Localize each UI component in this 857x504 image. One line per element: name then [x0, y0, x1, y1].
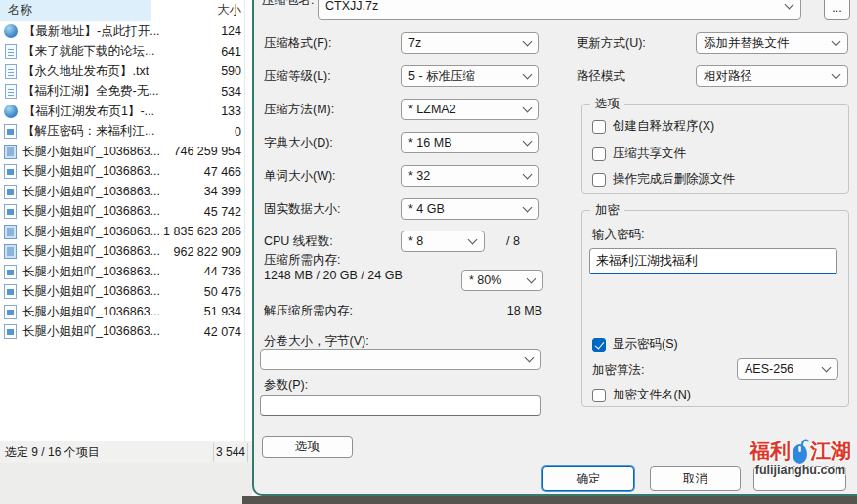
file-type-icon: [4, 24, 18, 38]
file-name: 长腿小姐姐吖_1036863...: [22, 283, 160, 300]
browse-button[interactable]: ...: [824, 0, 850, 20]
file-size: 44 736: [204, 265, 241, 278]
options-group: 选项 创建自释放程序(X) 压缩共享文件 操作完成后删除源文件: [581, 104, 849, 194]
help-button[interactable]: [753, 466, 846, 491]
file-size: 133: [221, 105, 241, 118]
encryption-method-combobox[interactable]: AES-256: [737, 358, 838, 380]
format-combobox[interactable]: 7z: [401, 32, 539, 54]
delete-after-checkbox[interactable]: [592, 173, 606, 187]
file-row[interactable]: 【永久地址发布页】.txt 590: [0, 62, 252, 82]
file-row[interactable]: 长腿小姐姐吖_1036863... 51 934: [0, 302, 252, 322]
encryption-group: 加密 输入密码: 显示密码(S) 加密算法: AES-256 加密文件名(N): [581, 210, 849, 407]
encrypt-filenames-checkbox[interactable]: [592, 389, 606, 402]
cpu-threads-value: * 8: [408, 234, 423, 248]
memory-percent-combobox[interactable]: * 80%: [461, 270, 543, 291]
method-label: 压缩方法(M):: [264, 99, 334, 120]
selected-size-total: 3 544: [216, 441, 245, 464]
word-size-combobox[interactable]: * 32: [401, 165, 539, 187]
file-row[interactable]: 【来了就能下载的论坛... 641: [0, 42, 252, 63]
solid-block-combobox[interactable]: * 4 GB: [401, 198, 539, 220]
memory-decompress-label: 解压缩所需内存:: [264, 300, 353, 321]
cpu-threads-combobox[interactable]: * 8: [401, 231, 485, 252]
file-row[interactable]: 长腿小姐姐吖_1036863... 45 742: [0, 202, 252, 223]
file-type-icon: [4, 265, 17, 279]
status-separator: [247, 443, 248, 462]
encrypt-filenames-label: 加密文件名(N): [613, 387, 691, 403]
method-combobox[interactable]: * LZMA2: [401, 99, 539, 120]
status-bar: 选定 9 / 16 个项目 3 544: [0, 441, 252, 463]
parameters-input[interactable]: [260, 395, 541, 416]
word-size-label: 单词大小(W):: [264, 165, 336, 187]
status-separator: [213, 443, 214, 462]
dictionary-size-combobox[interactable]: * 16 MB: [401, 132, 539, 153]
file-name: 【解压密码：来福利江...: [22, 123, 154, 140]
compress-shared-checkbox[interactable]: [592, 147, 606, 161]
file-row[interactable]: 长腿小姐姐吖_1036863... 44 736: [0, 262, 252, 282]
file-type-icon: [4, 124, 17, 139]
options-button[interactable]: 选项: [262, 436, 353, 458]
archive-name-value: CTXJJ.7z: [325, 0, 378, 13]
file-row[interactable]: 长腿小姐姐吖_1036863... 47 466: [0, 162, 252, 183]
chevron-down-icon: [832, 69, 841, 79]
file-row[interactable]: 长腿小姐姐吖_1036863... 42 074: [0, 322, 252, 343]
file-row[interactable]: 长腿小姐姐吖_1036863... 50 476: [0, 282, 252, 303]
encryption-group-title: 加密: [590, 202, 624, 218]
format-value: 7z: [408, 36, 421, 50]
ok-button[interactable]: 确定: [542, 466, 634, 491]
file-type-icon: [4, 105, 18, 118]
file-type-icon: [5, 44, 17, 59]
chevron-down-icon: [523, 169, 533, 179]
compress-shared-label: 压缩共享文件: [613, 146, 686, 162]
file-name: 【福利江湖发布页1】-...: [23, 104, 154, 120]
cancel-button[interactable]: 取消: [650, 466, 741, 491]
chevron-down-icon: [523, 136, 533, 146]
volume-size-combobox[interactable]: [260, 349, 541, 370]
password-input[interactable]: [589, 248, 837, 274]
file-name: 长腿小姐姐吖_1036863...: [22, 224, 160, 240]
archive-name-combobox[interactable]: CTXJJ.7z: [318, 0, 801, 20]
level-combobox[interactable]: 5 - 标准压缩: [401, 65, 539, 87]
file-row[interactable]: 【福利江湖发布页1】-... 133: [0, 102, 252, 122]
cpu-threads-label: CPU 线程数:: [264, 231, 333, 252]
encryption-method-label: 加密算法:: [592, 362, 644, 379]
file-name: 长腿小姐姐吖_1036863...: [22, 203, 160, 220]
file-row[interactable]: 【最新地址】-点此打开... 124: [0, 21, 252, 42]
list-header: 名称 大小: [0, 0, 252, 21]
file-row[interactable]: 长腿小姐姐吖_1036863... 1 835 623 286: [0, 222, 252, 242]
format-label: 压缩格式(F):: [264, 32, 331, 54]
show-password-checkbox[interactable]: [592, 338, 606, 352]
file-name: 【最新地址】-点此打开...: [23, 23, 160, 40]
show-password-label: 显示密码(S): [613, 336, 678, 353]
memory-compress-label: 压缩所需内存:: [264, 253, 340, 267]
file-manager-panel: 名称 大小 【最新地址】-点此打开... 124 【来了就能下载的论坛... 6…: [0, 0, 252, 441]
path-mode-combobox[interactable]: 相对路径: [696, 65, 848, 87]
method-value: * LZMA2: [408, 103, 456, 116]
file-name: 【永久地址发布页】.txt: [22, 63, 149, 80]
file-row[interactable]: 长腿小姐姐吖_1036863... 34 399: [0, 182, 252, 202]
window-background: [0, 463, 252, 504]
file-row[interactable]: 长腿小姐姐吖_1036863... 962 822 909: [0, 242, 252, 263]
chevron-down-icon: [523, 36, 533, 46]
file-type-icon: [4, 225, 17, 239]
file-size: 1 835 623 286: [163, 225, 241, 238]
level-label: 压缩等级(L):: [264, 65, 331, 87]
file-row[interactable]: 【福利江湖】全免费-无... 534: [0, 82, 252, 103]
path-mode-label: 路径模式: [577, 65, 625, 87]
file-size: 47 466: [204, 165, 241, 179]
file-name: 长腿小姐姐吖_1036863...: [22, 323, 160, 340]
update-mode-label: 更新方式(U):: [577, 32, 646, 54]
file-name: 长腿小姐姐吖_1036863...: [22, 243, 160, 260]
column-header-size[interactable]: 大小: [217, 0, 241, 21]
chevron-down-icon: [832, 36, 841, 46]
column-header-name[interactable]: 名称: [0, 0, 151, 21]
cpu-threads-max: / 8: [506, 231, 520, 252]
file-row[interactable]: 长腿小姐姐吖_1036863... 746 259 954: [0, 142, 252, 162]
file-type-icon: [5, 64, 17, 79]
options-group-title: 选项: [590, 96, 624, 111]
create-sfx-checkbox[interactable]: [592, 120, 606, 134]
file-row[interactable]: 【解压密码：来福利江... 0: [0, 122, 252, 143]
file-name: 【福利江湖】全免费-无...: [22, 83, 159, 100]
dialog-shadow: [242, 496, 857, 504]
update-mode-combobox[interactable]: 添加并替换文件: [696, 32, 848, 54]
solid-block-label: 固实数据大小:: [264, 198, 340, 220]
